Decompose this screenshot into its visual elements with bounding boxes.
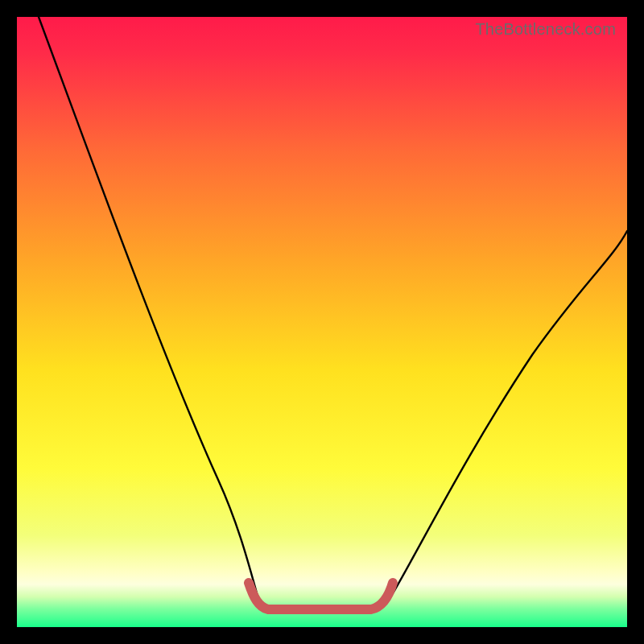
watermark-text: TheBottleneck.com xyxy=(475,20,616,39)
curve-left xyxy=(39,17,275,609)
bottleneck-curve xyxy=(17,17,627,627)
optimal-band-segment xyxy=(249,583,393,609)
chart-frame: TheBottleneck.com xyxy=(0,0,644,644)
plot-area: TheBottleneck.com xyxy=(17,17,627,627)
curve-right xyxy=(366,231,627,609)
